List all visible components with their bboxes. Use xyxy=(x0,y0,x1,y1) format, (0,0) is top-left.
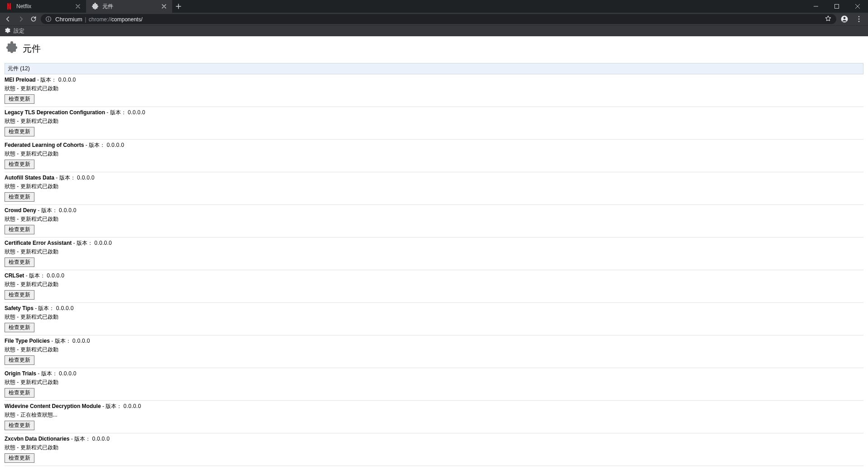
tab-netflix[interactable]: Netflix xyxy=(0,0,86,13)
component-row: Widevine Content Decryption Module - 版本：… xyxy=(5,401,863,433)
component-status: 更新程式已啟動 xyxy=(20,346,58,353)
component-status: 更新程式已啟動 xyxy=(20,379,58,385)
component-status: 更新程式已啟動 xyxy=(20,183,58,189)
component-status: 更新程式已啟動 xyxy=(20,85,58,92)
bookmarks-bar: 設定 xyxy=(0,25,868,36)
component-version: 0.0.0.0 xyxy=(106,142,124,148)
status-label: 狀態 - xyxy=(5,151,20,157)
component-version: 0.0.0.0 xyxy=(92,436,110,442)
component-name: Crowd Deny xyxy=(5,207,36,214)
reload-button[interactable] xyxy=(28,14,39,24)
omnibox-text: Chromium | chrome://components/ xyxy=(55,16,143,23)
component-row: File Type Policies - 版本： 0.0.0.0狀態 - 更新程… xyxy=(5,335,863,368)
component-name: Certificate Error Assistant xyxy=(5,240,72,246)
component-row: CRLSet - 版本： 0.0.0.0狀態 - 更新程式已啟動檢查更新 xyxy=(5,270,863,303)
check-update-button[interactable]: 檢查更新 xyxy=(5,257,34,267)
status-label: 狀態 - xyxy=(5,85,20,92)
status-label: 狀態 - xyxy=(5,346,20,353)
check-update-button[interactable]: 檢查更新 xyxy=(5,323,34,332)
site-info-icon[interactable] xyxy=(45,16,52,22)
version-label: 版本： xyxy=(38,305,54,311)
component-row: Certificate Error Assistant - 版本： 0.0.0.… xyxy=(5,238,863,270)
version-label: 版本： xyxy=(74,436,91,442)
component-status: 更新程式已啟動 xyxy=(20,248,58,255)
check-update-button[interactable]: 檢查更新 xyxy=(5,355,34,365)
check-update-button[interactable]: 檢查更新 xyxy=(5,388,34,398)
summary-label: 元件 xyxy=(8,65,19,72)
puzzle-icon xyxy=(5,41,19,57)
svg-point-8 xyxy=(858,21,859,22)
back-button[interactable] xyxy=(3,14,14,24)
window-minimize-button[interactable] xyxy=(805,0,826,13)
check-update-button[interactable]: 檢查更新 xyxy=(5,160,34,169)
check-update-button[interactable]: 檢查更新 xyxy=(5,421,34,430)
component-name: Federated Learning of Cohorts xyxy=(5,142,84,148)
component-row: Autofill States Data - 版本： 0.0.0.0狀態 - 更… xyxy=(5,172,863,205)
component-status: 更新程式已啟動 xyxy=(20,151,58,157)
status-label: 狀態 - xyxy=(5,379,20,385)
component-row: MEI Preload - 版本： 0.0.0.0狀態 - 更新程式已啟動檢查更… xyxy=(5,74,863,107)
check-update-button[interactable]: 檢查更新 xyxy=(5,94,34,104)
omnibox-path-prefix: chrome:// xyxy=(89,16,111,23)
new-tab-button[interactable] xyxy=(172,0,185,13)
component-version: 0.0.0.0 xyxy=(59,370,77,377)
component-version: 0.0.0.0 xyxy=(128,109,145,116)
tab-components[interactable]: 元件 xyxy=(86,0,172,13)
tab-close-button[interactable] xyxy=(160,3,168,10)
component-row: Crowd Deny - 版本： 0.0.0.0狀態 - 更新程式已啟動檢查更新 xyxy=(5,205,863,238)
component-name: Zxcvbn Data Dictionaries xyxy=(5,436,69,442)
window-controls xyxy=(805,0,868,13)
version-label: 版本： xyxy=(110,109,126,116)
check-update-button[interactable]: 檢查更新 xyxy=(5,192,34,202)
version-label: 版本： xyxy=(106,403,122,409)
component-name: MEI Preload xyxy=(5,77,36,83)
components-list: MEI Preload - 版本： 0.0.0.0狀態 - 更新程式已啟動檢查更… xyxy=(5,74,863,466)
component-version: 0.0.0.0 xyxy=(72,338,90,344)
component-row: Zxcvbn Data Dictionaries - 版本： 0.0.0.0狀態… xyxy=(5,433,863,466)
check-update-button[interactable]: 檢查更新 xyxy=(5,290,34,300)
component-status: 更新程式已啟動 xyxy=(20,314,58,320)
component-status: 更新程式已啟動 xyxy=(20,216,58,222)
component-status: 正在檢查狀態... xyxy=(20,412,58,418)
bookmark-label: 設定 xyxy=(14,27,24,35)
component-row: Federated Learning of Cohorts - 版本： 0.0.… xyxy=(5,140,863,172)
tab-title: Netflix xyxy=(16,3,71,10)
component-name: File Type Policies xyxy=(5,338,50,344)
bookmark-settings[interactable]: 設定 xyxy=(5,27,24,35)
check-update-button[interactable]: 檢查更新 xyxy=(5,127,34,136)
version-label: 版本： xyxy=(59,175,76,181)
svg-rect-2 xyxy=(48,19,48,20)
component-version: 0.0.0.0 xyxy=(47,272,64,279)
browser-tabstrip: Netflix 元件 xyxy=(0,0,868,13)
component-version: 0.0.0.0 xyxy=(59,207,77,214)
component-version: 0.0.0.0 xyxy=(58,77,76,83)
check-update-button[interactable]: 檢查更新 xyxy=(5,225,34,234)
component-name: Legacy TLS Deprecation Configuration xyxy=(5,109,105,116)
bookmark-star-button[interactable] xyxy=(825,15,832,24)
component-name: CRLSet xyxy=(5,272,24,279)
omnibox-path-highlight: components/ xyxy=(111,16,143,23)
tab-title: 元件 xyxy=(102,3,157,10)
menu-button[interactable] xyxy=(853,13,865,25)
component-version: 0.0.0.0 xyxy=(77,175,95,181)
address-bar[interactable]: Chromium | chrome://components/ xyxy=(41,14,836,24)
browser-toolbar: Chromium | chrome://components/ xyxy=(0,13,868,25)
version-label: 版本： xyxy=(89,142,105,148)
svg-point-5 xyxy=(844,17,846,19)
profile-button[interactable] xyxy=(838,13,851,25)
window-close-button[interactable] xyxy=(847,0,868,13)
component-version: 0.0.0.0 xyxy=(124,403,141,409)
component-status: 更新程式已啟動 xyxy=(20,444,58,451)
version-label: 版本： xyxy=(55,338,71,344)
forward-button[interactable] xyxy=(15,14,26,24)
page-title: 元件 xyxy=(23,43,41,55)
component-name: Autofill States Data xyxy=(5,175,54,181)
version-label: 版本： xyxy=(77,240,93,246)
window-maximize-button[interactable] xyxy=(826,0,847,13)
status-label: 狀態 - xyxy=(5,248,20,255)
check-update-button[interactable]: 檢查更新 xyxy=(5,453,34,463)
component-version: 0.0.0.0 xyxy=(56,305,74,311)
omnibox-origin: Chromium xyxy=(55,16,82,23)
tab-close-button[interactable] xyxy=(74,3,82,10)
svg-rect-0 xyxy=(835,5,839,9)
